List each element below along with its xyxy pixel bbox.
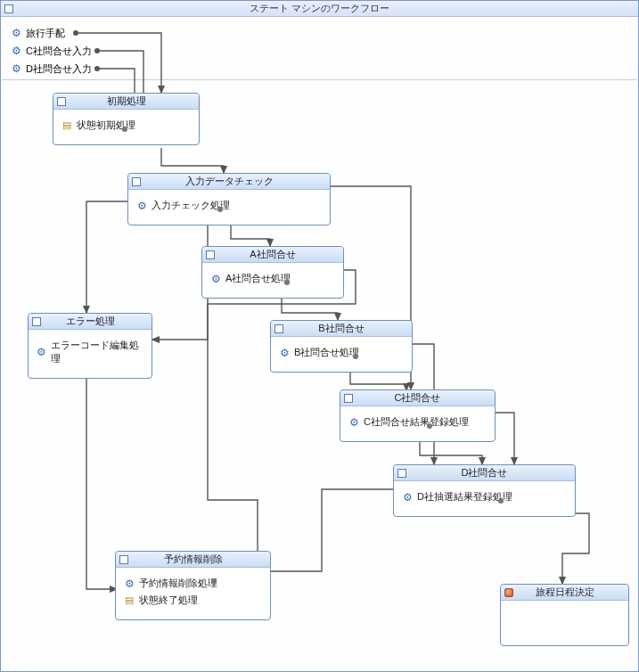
activity-label: 状態終了処理 bbox=[139, 594, 198, 607]
gear-icon: ⚙ bbox=[135, 200, 148, 212]
header-divider bbox=[2, 79, 637, 80]
state-header: 初期処理 bbox=[53, 94, 199, 110]
window-title: ステート マシンのワークフロー bbox=[1, 2, 638, 15]
activity[interactable]: ⚙ C社問合せ結果登録処理 bbox=[348, 415, 487, 429]
input-c[interactable]: ⚙ C社問合せ入力 bbox=[10, 42, 92, 60]
gear-icon: ⚙ bbox=[10, 62, 22, 75]
input-label: C社問合せ入力 bbox=[26, 45, 92, 58]
state-title: C社問合せ bbox=[340, 391, 495, 405]
gear-icon: ⚙ bbox=[10, 45, 22, 57]
state-b[interactable]: B社問合せ ⚙ B社問合せ処理 bbox=[270, 320, 413, 373]
activity-label: A社問合せ処理 bbox=[225, 272, 291, 285]
activity[interactable]: ▤ 状態終了処理 bbox=[123, 594, 263, 607]
input-label: D社問合せ入力 bbox=[26, 62, 92, 76]
activity[interactable]: ⚙ B社問合せ処理 bbox=[278, 346, 405, 359]
state-init[interactable]: 初期処理 ▤ 状態初期処理 bbox=[53, 93, 200, 145]
state-title: 初期処理 bbox=[53, 94, 199, 108]
activity-label: C社問合せ結果登録処理 bbox=[364, 415, 469, 429]
activity-label: 予約情報削除処理 bbox=[139, 577, 217, 590]
gear-icon: ⚙ bbox=[123, 578, 135, 590]
state-header: 予約情報削除 bbox=[116, 552, 270, 568]
state-title: 予約情報削除 bbox=[116, 553, 270, 566]
state-title: エラー処理 bbox=[29, 315, 152, 328]
state-validate[interactable]: 入力データチェック ⚙ 入力チェック処理 bbox=[127, 173, 331, 225]
input-list: ⚙ 旅行手配 ⚙ C社問合せ入力 ⚙ D社問合せ入力 bbox=[10, 24, 92, 78]
activity[interactable]: ⚙ エラーコード編集処理 bbox=[36, 339, 144, 365]
state-header: 入力データチェック bbox=[128, 174, 330, 190]
state-title: D社問合せ bbox=[394, 466, 575, 479]
document-icon: ▤ bbox=[123, 594, 135, 607]
activity-label: エラーコード編集処理 bbox=[51, 339, 144, 365]
state-header: エラー処理 bbox=[29, 314, 152, 330]
activity[interactable]: ⚙ 入力チェック処理 bbox=[135, 199, 323, 212]
state-title: 旅程日程決定 bbox=[501, 586, 628, 599]
svg-point-1 bbox=[94, 48, 100, 53]
state-header: D社問合せ bbox=[394, 465, 575, 481]
input-d[interactable]: ⚙ D社問合せ入力 bbox=[10, 60, 92, 78]
state-header: A社問合せ bbox=[202, 247, 343, 263]
state-header: 旅程日程決定 bbox=[501, 585, 628, 601]
state-title: A社問合せ bbox=[202, 248, 343, 261]
state-title: B社問合せ bbox=[271, 322, 412, 335]
document-icon: ▤ bbox=[61, 119, 73, 132]
window-icon bbox=[4, 4, 13, 13]
svg-point-2 bbox=[94, 66, 100, 71]
state-a[interactable]: A社問合せ ⚙ A社問合せ処理 bbox=[201, 246, 344, 299]
gear-icon: ⚙ bbox=[10, 27, 22, 39]
activity[interactable]: ⚙ A社問合せ処理 bbox=[209, 272, 336, 285]
state-header: B社問合せ bbox=[271, 321, 412, 337]
state-title: 入力データチェック bbox=[128, 175, 330, 188]
gear-icon: ⚙ bbox=[401, 491, 414, 504]
gear-icon: ⚙ bbox=[278, 347, 291, 359]
window-titlebar: ステート マシンのワークフロー bbox=[1, 1, 638, 17]
state-d[interactable]: D社問合せ ⚙ D社抽選結果登録処理 bbox=[393, 464, 576, 517]
input-label: 旅行手配 bbox=[26, 27, 65, 40]
gear-icon: ⚙ bbox=[36, 346, 47, 358]
state-delete[interactable]: 予約情報削除 ⚙ 予約情報削除処理 ▤ 状態終了処理 bbox=[115, 551, 271, 620]
state-final[interactable]: 旅程日程決定 bbox=[500, 584, 629, 646]
state-c[interactable]: C社問合せ ⚙ C社問合せ結果登録処理 bbox=[340, 389, 496, 442]
state-error[interactable]: エラー処理 ⚙ エラーコード編集処理 bbox=[28, 313, 152, 379]
activity-label: B社問合せ処理 bbox=[294, 346, 359, 359]
activity[interactable]: ⚙ 予約情報削除処理 bbox=[123, 577, 263, 590]
workflow-canvas: ステート マシンのワークフロー ⚙ 旅行手配 ⚙ C社問合せ入力 ⚙ D社問合せ… bbox=[0, 0, 639, 672]
activity[interactable]: ⚙ D社抽選結果登録処理 bbox=[401, 490, 568, 504]
gear-icon: ⚙ bbox=[348, 416, 360, 429]
gear-icon: ⚙ bbox=[209, 273, 222, 285]
state-header: C社問合せ bbox=[340, 390, 495, 406]
input-travel[interactable]: ⚙ 旅行手配 bbox=[10, 24, 92, 42]
